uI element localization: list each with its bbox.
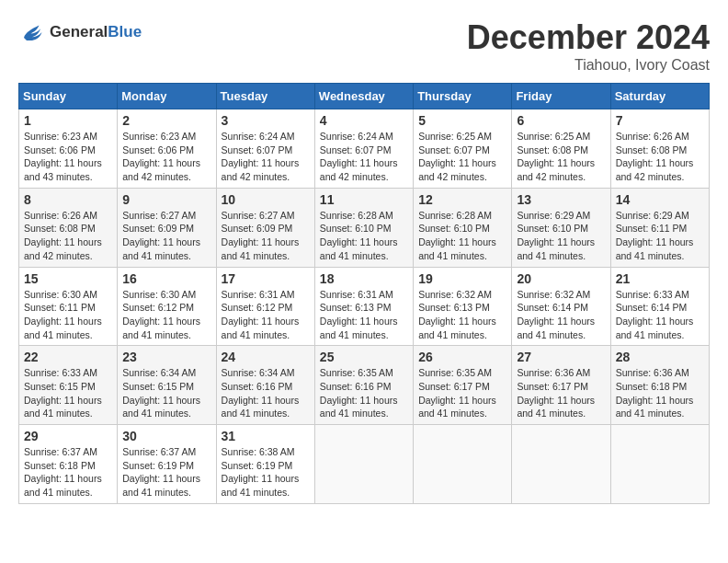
day-number: 26 <box>418 350 506 364</box>
page-header: GeneralBlue December 2024 Tiahouo, Ivory… <box>18 18 710 74</box>
day-info: Sunrise: 6:36 AM Sunset: 6:17 PM Dayligh… <box>517 366 605 420</box>
calendar-table: Sunday Monday Tuesday Wednesday Thursday… <box>18 83 710 504</box>
day-number: 25 <box>320 350 408 364</box>
day-info: Sunrise: 6:29 AM Sunset: 6:11 PM Dayligh… <box>616 209 704 263</box>
day-number: 20 <box>517 271 605 286</box>
table-row <box>610 425 709 504</box>
month-title: December 2024 <box>467 18 710 57</box>
day-number: 19 <box>418 271 506 286</box>
col-sunday: Sunday <box>19 84 118 109</box>
table-row: 14 Sunrise: 6:29 AM Sunset: 6:11 PM Dayl… <box>610 188 709 267</box>
table-row: 23 Sunrise: 6:34 AM Sunset: 6:15 PM Dayl… <box>118 346 216 425</box>
table-row: 15 Sunrise: 6:30 AM Sunset: 6:11 PM Dayl… <box>19 267 118 346</box>
day-info: Sunrise: 6:31 AM Sunset: 6:12 PM Dayligh… <box>222 288 310 342</box>
title-block: December 2024 Tiahouo, Ivory Coast <box>467 18 710 74</box>
table-row: 6 Sunrise: 6:25 AM Sunset: 6:08 PM Dayli… <box>512 109 610 189</box>
table-row: 1 Sunrise: 6:23 AM Sunset: 6:06 PM Dayli… <box>19 109 118 189</box>
table-row: 5 Sunrise: 6:25 AM Sunset: 6:07 PM Dayli… <box>414 109 512 189</box>
day-info: Sunrise: 6:27 AM Sunset: 6:09 PM Dayligh… <box>222 209 310 263</box>
table-row: 12 Sunrise: 6:28 AM Sunset: 6:10 PM Dayl… <box>414 188 512 267</box>
day-info: Sunrise: 6:38 AM Sunset: 6:19 PM Dayligh… <box>222 445 310 500</box>
logo-bird-icon <box>18 18 46 46</box>
day-info: Sunrise: 6:33 AM Sunset: 6:15 PM Dayligh… <box>24 366 112 420</box>
day-number: 31 <box>222 429 310 443</box>
day-info: Sunrise: 6:28 AM Sunset: 6:10 PM Dayligh… <box>418 209 506 263</box>
calendar-week-row: 1 Sunrise: 6:23 AM Sunset: 6:06 PM Dayli… <box>19 109 710 189</box>
table-row: 2 Sunrise: 6:23 AM Sunset: 6:06 PM Dayli… <box>118 109 216 189</box>
calendar-header-row: Sunday Monday Tuesday Wednesday Thursday… <box>19 84 710 109</box>
table-row: 20 Sunrise: 6:32 AM Sunset: 6:14 PM Dayl… <box>512 267 610 346</box>
calendar-week-row: 29 Sunrise: 6:37 AM Sunset: 6:18 PM Dayl… <box>19 425 710 504</box>
day-info: Sunrise: 6:27 AM Sunset: 6:09 PM Dayligh… <box>122 209 210 263</box>
day-info: Sunrise: 6:23 AM Sunset: 6:06 PM Dayligh… <box>24 130 112 184</box>
logo-text: GeneralBlue <box>50 24 142 41</box>
calendar-week-row: 8 Sunrise: 6:26 AM Sunset: 6:08 PM Dayli… <box>19 188 710 267</box>
day-number: 3 <box>222 113 310 128</box>
day-info: Sunrise: 6:36 AM Sunset: 6:18 PM Dayligh… <box>616 366 704 420</box>
day-number: 1 <box>24 113 112 128</box>
day-number: 13 <box>517 192 605 207</box>
day-number: 16 <box>122 271 210 286</box>
table-row: 25 Sunrise: 6:35 AM Sunset: 6:16 PM Dayl… <box>314 346 413 425</box>
day-number: 12 <box>418 192 506 207</box>
table-row: 17 Sunrise: 6:31 AM Sunset: 6:12 PM Dayl… <box>216 267 314 346</box>
day-number: 24 <box>222 350 310 364</box>
day-info: Sunrise: 6:26 AM Sunset: 6:08 PM Dayligh… <box>616 130 704 184</box>
location: Tiahouo, Ivory Coast <box>467 57 710 74</box>
day-info: Sunrise: 6:26 AM Sunset: 6:08 PM Dayligh… <box>24 209 112 263</box>
day-number: 4 <box>320 113 408 128</box>
day-info: Sunrise: 6:32 AM Sunset: 6:13 PM Dayligh… <box>418 288 506 342</box>
day-info: Sunrise: 6:24 AM Sunset: 6:07 PM Dayligh… <box>222 130 310 184</box>
table-row <box>314 425 413 504</box>
table-row: 31 Sunrise: 6:38 AM Sunset: 6:19 PM Dayl… <box>216 425 314 504</box>
day-number: 28 <box>616 350 704 364</box>
day-number: 21 <box>616 271 704 286</box>
table-row: 30 Sunrise: 6:37 AM Sunset: 6:19 PM Dayl… <box>118 425 216 504</box>
table-row: 8 Sunrise: 6:26 AM Sunset: 6:08 PM Dayli… <box>19 188 118 267</box>
day-info: Sunrise: 6:30 AM Sunset: 6:11 PM Dayligh… <box>24 288 112 342</box>
table-row: 9 Sunrise: 6:27 AM Sunset: 6:09 PM Dayli… <box>118 188 216 267</box>
day-number: 30 <box>122 429 210 443</box>
day-number: 10 <box>222 192 310 207</box>
day-info: Sunrise: 6:30 AM Sunset: 6:12 PM Dayligh… <box>122 288 210 342</box>
day-number: 27 <box>517 350 605 364</box>
day-number: 9 <box>122 192 210 207</box>
day-info: Sunrise: 6:37 AM Sunset: 6:18 PM Dayligh… <box>24 445 112 500</box>
day-info: Sunrise: 6:28 AM Sunset: 6:10 PM Dayligh… <box>320 209 408 263</box>
day-number: 15 <box>24 271 112 286</box>
day-number: 17 <box>222 271 310 286</box>
day-info: Sunrise: 6:29 AM Sunset: 6:10 PM Dayligh… <box>517 209 605 263</box>
col-saturday: Saturday <box>610 84 709 109</box>
day-number: 5 <box>418 113 506 128</box>
table-row: 10 Sunrise: 6:27 AM Sunset: 6:09 PM Dayl… <box>216 188 314 267</box>
col-wednesday: Wednesday <box>314 84 413 109</box>
table-row: 24 Sunrise: 6:34 AM Sunset: 6:16 PM Dayl… <box>216 346 314 425</box>
day-number: 6 <box>517 113 605 128</box>
day-info: Sunrise: 6:25 AM Sunset: 6:07 PM Dayligh… <box>418 130 506 184</box>
table-row: 7 Sunrise: 6:26 AM Sunset: 6:08 PM Dayli… <box>610 109 709 189</box>
table-row: 27 Sunrise: 6:36 AM Sunset: 6:17 PM Dayl… <box>512 346 610 425</box>
day-number: 18 <box>320 271 408 286</box>
table-row: 22 Sunrise: 6:33 AM Sunset: 6:15 PM Dayl… <box>19 346 118 425</box>
table-row: 29 Sunrise: 6:37 AM Sunset: 6:18 PM Dayl… <box>19 425 118 504</box>
day-number: 23 <box>122 350 210 364</box>
calendar-week-row: 22 Sunrise: 6:33 AM Sunset: 6:15 PM Dayl… <box>19 346 710 425</box>
table-row: 18 Sunrise: 6:31 AM Sunset: 6:13 PM Dayl… <box>314 267 413 346</box>
day-info: Sunrise: 6:31 AM Sunset: 6:13 PM Dayligh… <box>320 288 408 342</box>
day-info: Sunrise: 6:24 AM Sunset: 6:07 PM Dayligh… <box>320 130 408 184</box>
day-number: 11 <box>320 192 408 207</box>
table-row: 21 Sunrise: 6:33 AM Sunset: 6:14 PM Dayl… <box>610 267 709 346</box>
col-thursday: Thursday <box>414 84 512 109</box>
table-row: 11 Sunrise: 6:28 AM Sunset: 6:10 PM Dayl… <box>314 188 413 267</box>
table-row: 26 Sunrise: 6:35 AM Sunset: 6:17 PM Dayl… <box>414 346 512 425</box>
logo: GeneralBlue <box>18 18 142 46</box>
day-info: Sunrise: 6:23 AM Sunset: 6:06 PM Dayligh… <box>122 130 210 184</box>
col-friday: Friday <box>512 84 610 109</box>
day-info: Sunrise: 6:25 AM Sunset: 6:08 PM Dayligh… <box>517 130 605 184</box>
day-number: 22 <box>24 350 112 364</box>
day-info: Sunrise: 6:34 AM Sunset: 6:15 PM Dayligh… <box>122 366 210 420</box>
day-info: Sunrise: 6:33 AM Sunset: 6:14 PM Dayligh… <box>616 288 704 342</box>
table-row: 13 Sunrise: 6:29 AM Sunset: 6:10 PM Dayl… <box>512 188 610 267</box>
day-info: Sunrise: 6:34 AM Sunset: 6:16 PM Dayligh… <box>222 366 310 420</box>
day-info: Sunrise: 6:32 AM Sunset: 6:14 PM Dayligh… <box>517 288 605 342</box>
